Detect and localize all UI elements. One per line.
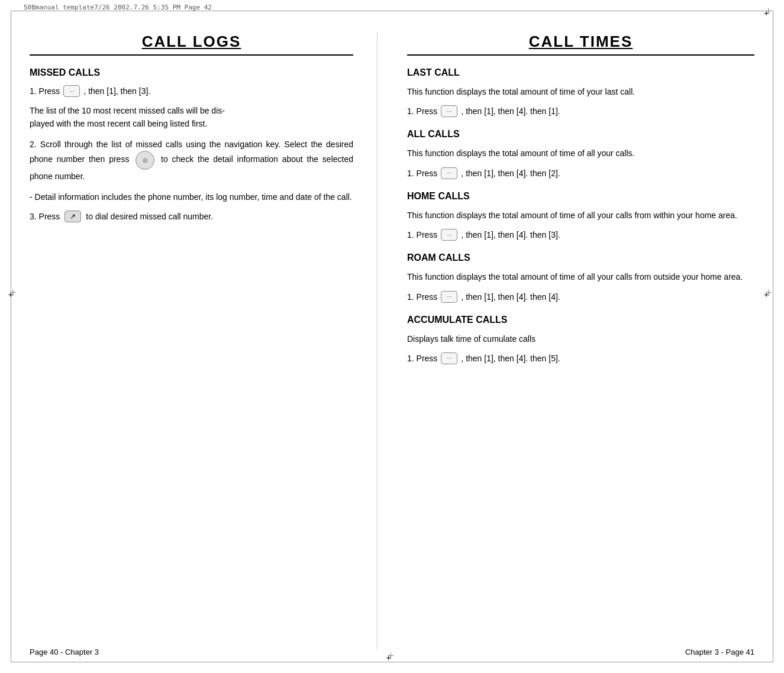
crosshair-bottom-center: + bbox=[386, 653, 398, 665]
footer-right: Chapter 3 - Page 41 bbox=[685, 648, 754, 656]
crosshair-mid-left: + bbox=[8, 290, 20, 302]
page-border bbox=[11, 11, 773, 662]
crosshair-top-right: + bbox=[764, 8, 776, 20]
header-meta: 50Bmanual template7/26 2002.7.26 5:35 PM… bbox=[24, 4, 212, 11]
footer-left: Page 40 - Chapter 3 bbox=[30, 648, 99, 656]
crosshair-mid-right: + bbox=[764, 290, 776, 302]
